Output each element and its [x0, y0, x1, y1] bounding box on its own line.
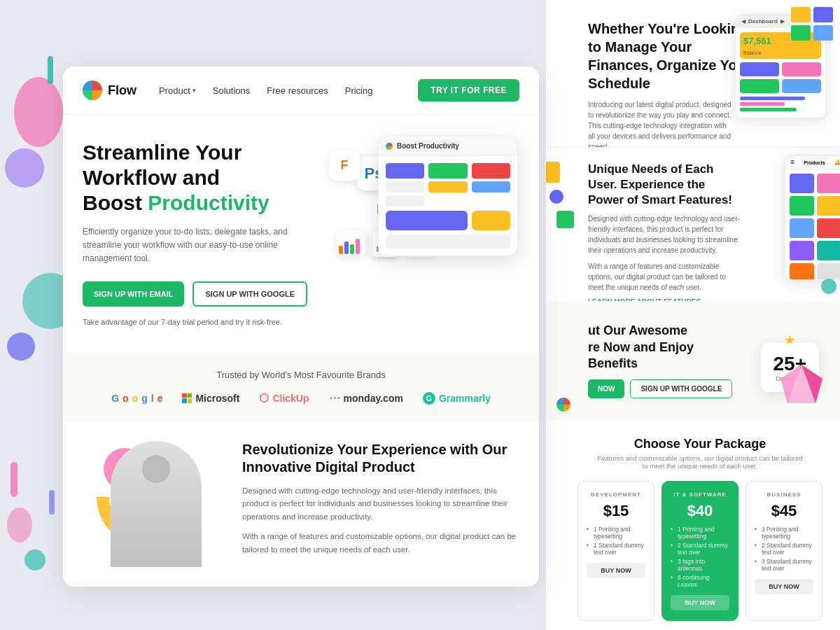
person-image-area: [83, 441, 223, 567]
hero-section: Streamline Your Workflow and Boost Produ…: [63, 115, 539, 353]
logo-icon: [83, 80, 102, 100]
rev-desc1: Designed with cutting-edge technology an…: [242, 484, 519, 523]
right-panel: Whether You're Looking to Manage Your Fi…: [546, 0, 840, 630]
hero-title: Streamline Your Workflow and Boost Produ…: [83, 140, 321, 216]
svg-rect-1: [48, 56, 53, 84]
right-features-section: Unique Needs of Each User. Experience th…: [546, 147, 840, 301]
pricing-cards: DEVELOPMENT $15 1 Printing and typesetti…: [574, 481, 826, 621]
person-silhouette: [111, 441, 202, 567]
hero-buttons: SIGN UP WITH EMAIL SIGN UP WITH GOOGLE: [83, 281, 321, 307]
buy-software-button[interactable]: BUY NOW: [671, 595, 729, 610]
nav-solutions[interactable]: Solutions: [213, 85, 250, 96]
hero-text: Streamline Your Workflow and Boost Produ…: [83, 140, 321, 326]
buy-business-button[interactable]: BUY NOW: [755, 579, 813, 594]
deco-logo: [556, 398, 570, 412]
right-top-section: Whether You're Looking to Manage Your Fi…: [546, 0, 840, 147]
app-mockup: Boost Productivity: [378, 136, 518, 256]
brand-google: Google: [111, 393, 162, 404]
app-logo-icon: [386, 143, 393, 150]
deco-indigo-circle: [550, 190, 564, 204]
plan-features-development: 1 Printing and typesetting 1 Standard du…: [587, 526, 645, 556]
svg-point-0: [14, 77, 63, 147]
brand-clickup: ⬡ ClickUp: [259, 391, 309, 405]
right-cta-section: ut Our Awesome re Now and Enjoy Benefits…: [546, 301, 840, 420]
deco-squares: [791, 7, 833, 41]
signup-email-button[interactable]: SIGN UP WITH EMAIL: [83, 281, 184, 307]
products-mockup: ☰ Products 🔔: [784, 155, 840, 281]
main-card: Flow Product ▾ Solutions Free resources …: [63, 66, 539, 587]
pricing-section: Choose Your Package Features and customi…: [546, 420, 840, 630]
nav-links: Product ▾ Solutions Free resources Prici…: [159, 85, 418, 96]
wide-block: [386, 211, 468, 230]
gem-decoration: [777, 361, 826, 413]
revolutionize-section: Revolutionize Your Experience with Our I…: [63, 421, 539, 587]
brands-title: Trusted by World's Most Favourite Brands: [83, 370, 519, 380]
cta-signup-google-button[interactable]: SIGN UP WITH GOOGLE: [630, 379, 732, 398]
features-desc2: With a range of features and customizabl…: [588, 261, 742, 293]
app-body: [379, 156, 517, 255]
right-top-title: Whether You're Looking to Manage Your Fi…: [588, 20, 756, 92]
pricing-card-business: BUSINESS $45 3 Printing and typesetting …: [746, 481, 822, 621]
right-top-desc: Introducing our latest digital product, …: [588, 99, 735, 152]
signup-google-button[interactable]: SIGN UP WITH GOOGLE: [192, 281, 307, 307]
nav-free-resources[interactable]: Free resources: [267, 85, 328, 96]
features-desc1: Designed with cutting-edge technology an…: [588, 214, 742, 255]
figma-icon: F: [329, 150, 360, 181]
microsoft-icon: [182, 393, 192, 403]
nav-pricing[interactable]: Pricing: [345, 85, 373, 96]
hero-description: Efficiently organize your to-do lists, d…: [83, 225, 293, 266]
pricing-title: Choose Your Package: [574, 437, 826, 451]
brand-microsoft: Microsoft: [182, 393, 239, 404]
features-title: Unique Needs of Each User. Experience th…: [588, 162, 742, 208]
plan-features-business: 3 Printing and typesetting 2 Standard du…: [755, 526, 813, 572]
hero-image-area: Ps F ➜: [329, 122, 532, 339]
app-name: Flow: [108, 83, 136, 98]
cta-now-button[interactable]: NOW: [588, 379, 624, 398]
navbar: Flow Product ▾ Solutions Free resources …: [63, 66, 539, 115]
rev-desc2: With a range of features and customizabl…: [242, 530, 519, 556]
svg-point-2: [5, 148, 44, 188]
buy-development-button[interactable]: BUY NOW: [587, 563, 645, 578]
deco-teal-circle-2: [821, 279, 836, 294]
rev-title: Revolutionize Your Experience with Our I…: [242, 441, 519, 476]
svg-point-7: [24, 550, 46, 570]
brands-list: Google Microsoft ⬡ ClickUp ⋯ monday.com: [83, 391, 519, 405]
svg-point-4: [7, 332, 35, 360]
svg-rect-5: [10, 462, 18, 497]
logo: Flow: [83, 80, 136, 100]
chevron-down-icon: ▾: [192, 87, 196, 94]
deco-green-sq: [556, 211, 574, 228]
brand-monday: ⋯ monday.com: [329, 391, 403, 405]
pricing-card-development: DEVELOPMENT $15 1 Printing and typesetti…: [578, 481, 654, 621]
plan-features-software: 1 Printing and typesetting 2 Standard du…: [671, 526, 729, 588]
rev-text: Revolutionize Your Experience with Our I…: [242, 441, 519, 563]
pricing-card-software: IT & SOFTWARE $40 1 Printing and typeset…: [662, 481, 738, 621]
wide-block-2: [386, 234, 510, 248]
try-free-button[interactable]: TRY IT FOR FREE: [418, 79, 519, 102]
star-icon: ★: [784, 333, 795, 347]
deco-yellow-sq: [546, 162, 560, 183]
brand-grammarly: G Grammarly: [423, 392, 491, 405]
pricing-subtitle: Features and customizable options, our d…: [595, 454, 805, 470]
nav-product[interactable]: Product ▾: [159, 85, 196, 96]
svg-point-8: [7, 507, 32, 542]
yellow-block: [472, 211, 510, 230]
svg-rect-6: [49, 490, 55, 514]
trial-text: Take advantage of our 7-day trial period…: [83, 318, 321, 326]
brands-section: Trusted by World's Most Favourite Brands…: [63, 353, 539, 421]
